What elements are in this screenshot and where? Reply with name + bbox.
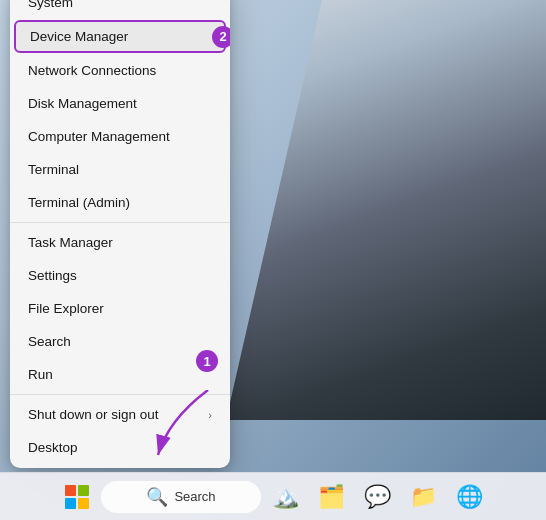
menu-item-file-explorer[interactable]: File Explorer [10, 292, 230, 325]
menu-item-disk-management[interactable]: Disk Management [10, 87, 230, 120]
menu-item-device-manager[interactable]: Device Manager 2 [14, 20, 226, 53]
widgets-button[interactable]: 🏔️ [263, 475, 307, 519]
menu-item-terminal-admin[interactable]: Terminal (Admin) [10, 186, 230, 219]
edge-button[interactable]: 🌐 [447, 475, 491, 519]
search-icon: 🔍 [146, 486, 168, 508]
menu-item-task-manager[interactable]: Task Manager [10, 226, 230, 259]
menu-divider-1 [10, 222, 230, 223]
context-menu: System Device Manager 2 Network Connecti… [10, 0, 230, 468]
menu-item-desktop[interactable]: Desktop [10, 431, 230, 464]
file-explorer-icon: 🗂️ [318, 484, 345, 510]
step-badge-2: 2 [212, 26, 230, 48]
file-explorer-taskbar-button[interactable]: 🗂️ [309, 475, 353, 519]
chevron-right-icon: › [208, 409, 212, 421]
taskbar-icons: 🔍 Search 🏔️ 🗂️ 💬 📁 🌐 [55, 475, 491, 519]
widgets-icon: 🏔️ [272, 484, 299, 510]
menu-item-system[interactable]: System [10, 0, 230, 19]
explorer-button[interactable]: 📁 [401, 475, 445, 519]
windows-logo-icon [65, 485, 89, 509]
menu-item-computer-management[interactable]: Computer Management [10, 120, 230, 153]
menu-item-search[interactable]: Search [10, 325, 230, 358]
teams-icon: 💬 [364, 484, 391, 510]
step-badge-1: 1 [196, 350, 218, 372]
menu-item-settings[interactable]: Settings [10, 259, 230, 292]
menu-item-terminal[interactable]: Terminal [10, 153, 230, 186]
menu-item-network-connections[interactable]: Network Connections [10, 54, 230, 87]
search-label: Search [174, 489, 215, 504]
menu-divider-2 [10, 394, 230, 395]
folder-icon: 📁 [410, 484, 437, 510]
teams-button[interactable]: 💬 [355, 475, 399, 519]
edge-icon: 🌐 [456, 484, 483, 510]
menu-item-shutdown[interactable]: Shut down or sign out › [10, 398, 230, 431]
start-button[interactable] [55, 475, 99, 519]
taskbar: 🔍 Search 🏔️ 🗂️ 💬 📁 🌐 [0, 472, 546, 520]
taskbar-search[interactable]: 🔍 Search [101, 481, 261, 513]
